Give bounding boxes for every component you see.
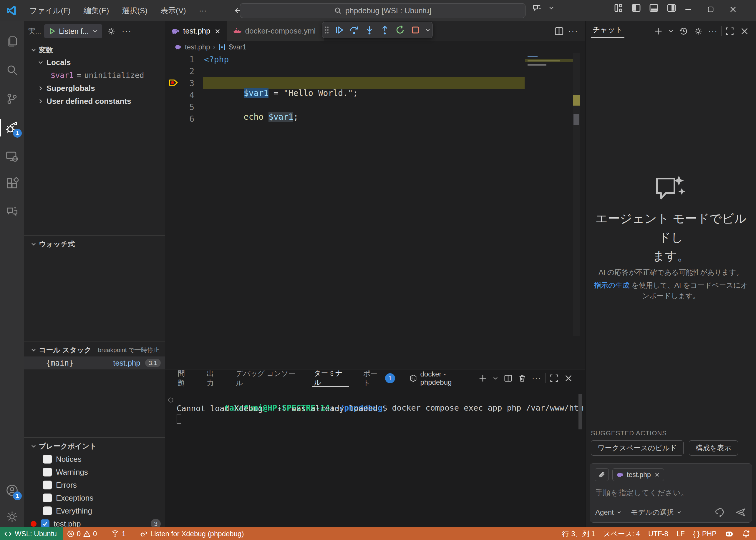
remote-indicator[interactable]: WSL: Ubuntu [0,527,63,540]
close-chat-icon[interactable] [738,25,751,38]
tree-item-user-constants[interactable]: User defined constants [37,95,131,108]
panel-tab-debug-console[interactable]: デバッグ コンソール [234,370,300,387]
scrollbar-thumb[interactable] [573,114,579,125]
tree-item-var1[interactable]: $var1 = uninitialized [51,69,144,82]
chat-input-box[interactable]: test.php 手順を指定してください。 Agent モデルの選択 [590,463,752,523]
minimap[interactable] [525,54,573,131]
terminal-scrollbar-thumb[interactable] [579,394,582,429]
breakpoint-warnings[interactable]: Warnings [24,466,165,478]
section-watch[interactable]: ウォッチ式 [30,238,75,251]
checkbox-unchecked[interactable] [43,493,52,502]
breadcrumb-symbol[interactable]: $var1 [229,43,247,51]
section-call-stack[interactable]: コール スタック breakpoint で一時停止 [30,343,160,356]
checkbox-checked[interactable] [41,519,50,528]
notifications-bell-icon[interactable] [738,527,756,540]
chat-settings-gear-icon[interactable] [692,25,705,38]
send-icon[interactable] [735,506,747,518]
source-control-icon[interactable] [0,87,24,111]
editor-more-actions-icon[interactable]: ··· [568,27,578,36]
chevron-down-icon[interactable] [424,27,431,34]
breakpoint-everything[interactable]: Everything [24,504,165,517]
chat-history-icon[interactable] [677,25,690,38]
close-panel-icon[interactable] [563,372,574,384]
panel-tab-problems[interactable]: 問題 [176,370,193,387]
indentation[interactable]: スペース: 4 [599,527,644,540]
callstack-frame-main[interactable]: {main} test.php 3:1 [24,356,165,369]
breakpoint-exceptions[interactable]: Exceptions [24,491,165,504]
debug-more-actions-icon[interactable]: ··· [121,27,131,36]
remote-explorer-icon[interactable] [0,145,24,168]
cursor-position[interactable]: 行 3、列 1 [558,527,599,540]
build-workspace-button[interactable]: ワークスペースのビルド [591,440,683,456]
chat-tab[interactable]: チャット [591,25,625,38]
command-decoration-icon[interactable] [167,396,174,404]
kill-terminal-icon[interactable] [517,372,528,384]
toggle-panel-icon[interactable] [647,1,661,15]
customize-layout-icon[interactable] [612,1,625,15]
maximize-panel-icon[interactable] [548,372,560,384]
send-to-cloud-icon[interactable] [714,506,726,518]
chat-input-placeholder[interactable]: 手順を指定してください。 [590,481,752,498]
section-breakpoints[interactable]: ブレークポイント [30,440,96,453]
accounts-icon[interactable]: 1 [0,478,24,502]
breakpoint-errors[interactable]: Errors [24,478,165,491]
language-mode[interactable]: { }PHP [689,527,721,540]
toggle-primary-sidebar-icon[interactable] [630,1,643,15]
encoding[interactable]: UTF-8 [644,527,672,540]
debug-step-into-icon[interactable] [363,24,376,37]
checkbox-unchecked[interactable] [43,506,52,515]
tree-item-locals[interactable]: Locals [37,56,71,69]
new-chat-icon[interactable] [652,25,665,38]
debug-step-over-icon[interactable] [348,24,361,37]
menu-view[interactable]: 表示(V) [154,2,193,19]
new-terminal-icon[interactable] [477,372,488,384]
breakpoint-notices[interactable]: Notices [24,453,165,466]
remove-chip-icon[interactable] [654,472,660,478]
copilot-chat-icon[interactable] [530,1,543,15]
panel-more-actions-icon[interactable]: ··· [531,372,543,384]
problems-status[interactable]: 0 0 [63,527,101,540]
context-chip-testphp[interactable]: test.php [612,468,664,481]
explorer-icon[interactable] [0,29,24,53]
chevron-down-icon[interactable] [545,1,558,15]
ports-status[interactable]: 1 [107,527,129,540]
model-picker-dropdown[interactable]: モデルの選択 [631,508,682,517]
close-tab-icon[interactable] [214,28,221,35]
checkbox-unchecked[interactable] [43,468,52,476]
menu-selection[interactable]: 選択(S) [115,2,154,19]
extensions-icon[interactable] [0,172,24,195]
menu-edit[interactable]: 編集(E) [77,2,116,19]
eol-sequence[interactable]: LF [672,527,689,540]
menu-more[interactable]: ··· [193,2,213,19]
debug-restart-icon[interactable] [394,24,407,37]
checkbox-unchecked[interactable] [43,455,52,464]
copilot-status-icon[interactable] [721,527,738,540]
panel-tab-terminal[interactable]: ターミナル [312,370,349,387]
toggle-secondary-sidebar-icon[interactable] [665,1,678,15]
code-editor[interactable]: 1 2 3 4 5 6 <?php $var1 = "Hello World."… [165,53,585,369]
show-config-button[interactable]: 構成を表示 [689,440,738,456]
search-view-icon[interactable] [0,58,24,82]
debug-step-out-icon[interactable] [378,24,391,37]
menu-file[interactable]: ファイル(F) [23,2,77,19]
settings-gear-icon[interactable] [0,505,24,529]
panel-tab-output[interactable]: 出力 [205,370,222,387]
tab-docker-compose[interactable]: docker-compose.yml [227,21,324,41]
agent-mode-dropdown[interactable]: Agent [595,508,622,516]
tab-test-php[interactable]: test.php [165,21,227,41]
maximize-button[interactable] [699,0,722,19]
breadcrumb-file[interactable]: test.php [185,43,210,51]
chevron-down-icon[interactable] [666,25,675,38]
debug-status[interactable]: Listen for Xdebug (phpdebug) [136,527,248,540]
minimize-button[interactable] [677,0,699,19]
run-and-debug-icon[interactable]: 1 [0,116,24,139]
attach-context-icon[interactable] [595,468,609,481]
tree-item-superglobals[interactable]: Superglobals [37,82,95,95]
toolbar-drag-handle[interactable] [323,26,330,34]
terminal-instance-select[interactable]: docker - phpdebug [409,370,474,386]
close-button[interactable] [722,0,744,19]
split-terminal-icon[interactable] [502,372,514,384]
split-editor-icon[interactable] [554,26,564,36]
debug-continue-icon[interactable] [332,24,345,37]
debug-settings-gear-icon[interactable] [107,27,116,36]
